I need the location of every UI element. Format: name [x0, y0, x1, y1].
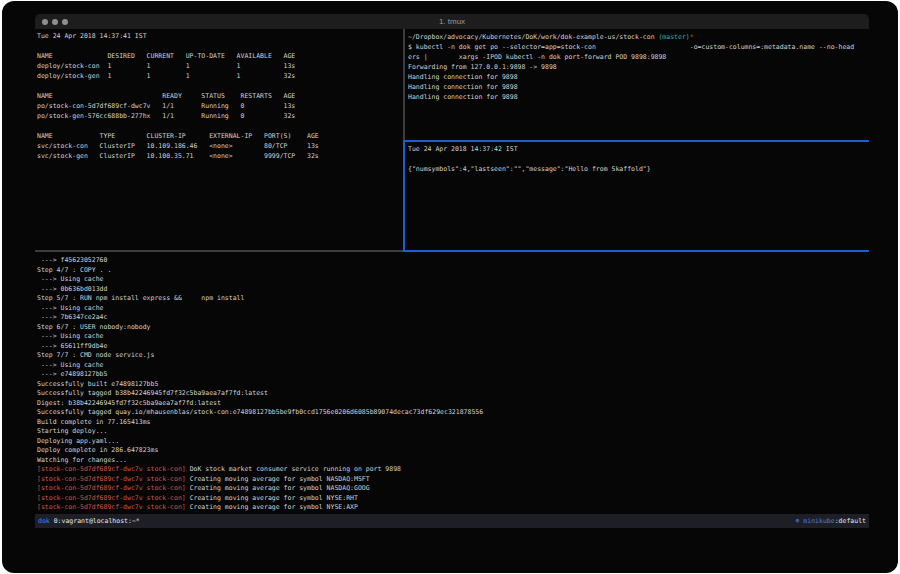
terminal-line: Handling connection for 9898	[408, 72, 868, 82]
terminal-line: Handling connection for 9898	[408, 82, 868, 92]
window-titlebar[interactable]: 1. tmux	[35, 14, 869, 29]
status-segment: :default	[835, 517, 866, 525]
pane-curl-output[interactable]: Tue 24 Apr 2018 14:37:42 IST{"numsymbols…	[408, 144, 866, 248]
terminal-line: Build complete in 77.165413ms	[37, 417, 867, 427]
terminal-line	[408, 154, 866, 164]
status-left-session-window[interactable]: dok 0:vagrant@localhost:~*	[38, 517, 140, 525]
terminal-line: Forwarding from 127.0.0.1:9898 -> 9898	[408, 62, 868, 72]
terminal-line: $ kubectl -n dok get po --selector=app=s…	[408, 42, 868, 52]
terminal-line: {"numsymbols":4,"lastseen":"","message":…	[408, 164, 866, 174]
terminal-line: Step 5/7 : RUN npm install express && np…	[37, 293, 867, 303]
terminal-line: NAME READY STATUS RESTARTS AGE	[37, 91, 403, 101]
terminal-line: ---> f45623052760	[37, 255, 867, 265]
terminal-line: Starting deploy...	[37, 426, 867, 436]
terminal-line: ---> 0b636bd013dd	[37, 284, 867, 294]
terminal-line: deploy/stock-con 1 1 1 1 13s	[37, 61, 403, 71]
terminal-line: NAME TYPE CLUSTER-IP EXTERNAL-IP PORT(S)…	[37, 131, 403, 141]
terminal-line: Handling connection for 9898	[408, 92, 868, 102]
terminal-line: Tue 24 Apr 2018 14:37:41 IST	[37, 31, 403, 41]
status-right-kube-context: ☸ minikube:default	[796, 517, 866, 525]
terminal-line: ---> Using cache	[37, 360, 867, 370]
terminal-line: ---> Using cache	[37, 331, 867, 341]
terminal-line: ---> 7b6347ce2a4c	[37, 312, 867, 322]
terminal-line: po/stock-gen-576cc688bb-277hx 1/1 Runnin…	[37, 111, 403, 121]
pane-port-forward-shell[interactable]: ~/Dropbox/advocacy/Kubernetes/DoK/work/d…	[408, 32, 868, 137]
screenshot-stage: 1. tmux Tue 24 Apr 2018 14:37:41 ISTNAME…	[0, 0, 900, 574]
terminal-line	[37, 81, 403, 91]
terminal-line: ---> e74898127bb5	[37, 369, 867, 379]
pane-divider-vertical[interactable]	[403, 29, 405, 140]
pane-divider-horizontal[interactable]	[35, 250, 403, 252]
terminal-line: Step 6/7 : USER nobody:nobody	[37, 322, 867, 332]
terminal-line: Watching for changes...	[37, 455, 867, 465]
terminal-line: [stock-con-5d7df689cf-dwc7v stock-con] C…	[37, 502, 867, 512]
terminal-line: po/stock-con-5d7df689cf-dwc7v 1/1 Runnin…	[37, 101, 403, 111]
terminal-line: Digest: b38b42246945fd7f32c5ba9aea7af7fd…	[37, 398, 867, 408]
terminal-line: [stock-con-5d7df689cf-dwc7v stock-con] C…	[37, 483, 867, 493]
terminal-line: Deploying app.yaml...	[37, 436, 867, 446]
terminal-line: ---> Using cache	[37, 274, 867, 284]
terminal-line: [stock-con-5d7df689cf-dwc7v stock-con] D…	[37, 464, 867, 474]
terminal-line: Tue 24 Apr 2018 14:37:42 IST	[408, 144, 866, 154]
pane-kubectl-watch[interactable]: Tue 24 Apr 2018 14:37:41 ISTNAME DESIRED…	[37, 31, 403, 249]
terminal-line	[37, 121, 403, 131]
terminal-line: Step 7/7 : CMD node service.js	[37, 350, 867, 360]
terminal-line: [stock-con-5d7df689cf-dwc7v stock-con] C…	[37, 493, 867, 503]
terminal-line: ers | xargs -IPOD kubectl -n dok port-fo…	[408, 52, 868, 62]
terminal-line: Step 4/7 : COPY . .	[37, 265, 867, 275]
terminal-line: ---> 65611ff9db4e	[37, 341, 867, 351]
terminal-line: Deploy complete in 286.647823ms	[37, 445, 867, 455]
status-segment: ☸ minikube	[796, 517, 835, 525]
terminal-line: [stock-con-5d7df689cf-dwc7v stock-con] C…	[37, 474, 867, 484]
terminal-line: Successfully tagged quay.io/mhausenblas/…	[37, 407, 867, 417]
status-segment: 0:vagrant@localhost:~*	[54, 517, 140, 525]
terminal-line: ---> Using cache	[37, 303, 867, 313]
tmux-status-bar: dok 0:vagrant@localhost:~* ☸ minikube:de…	[35, 514, 869, 528]
terminal-line: deploy/stock-gen 1 1 1 1 32s	[37, 71, 403, 81]
status-segment: dok	[38, 517, 54, 525]
terminal-line: Successfully tagged b38b42246945fd7f32c5…	[37, 388, 867, 398]
terminal-line: Successfully built e74898127bb5	[37, 379, 867, 389]
terminal-line: svc/stock-con ClusterIP 10.109.186.46 <n…	[37, 141, 403, 151]
terminal-line: ~/Dropbox/advocacy/Kubernetes/DoK/work/d…	[408, 32, 868, 42]
terminal-line: NAME DESIRED CURRENT UP-TO-DATE AVAILABL…	[37, 51, 403, 61]
terminal-line: svc/stock-gen ClusterIP 10.100.35.71 <no…	[37, 151, 403, 161]
window-title: 1. tmux	[35, 17, 869, 26]
pane-skaffold-build-log[interactable]: ---> f45623052760Step 4/7 : COPY . . ---…	[37, 255, 867, 513]
terminal-line	[37, 41, 403, 51]
desktop-background: 1. tmux Tue 24 Apr 2018 14:37:41 ISTNAME…	[2, 1, 898, 573]
